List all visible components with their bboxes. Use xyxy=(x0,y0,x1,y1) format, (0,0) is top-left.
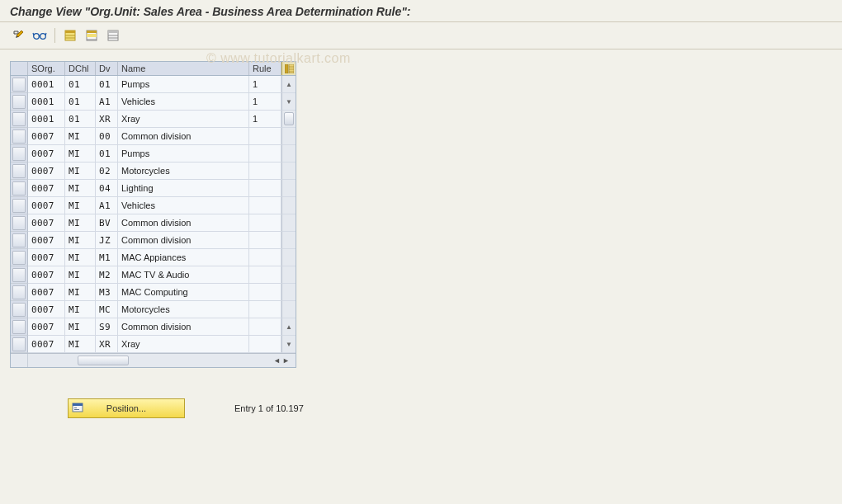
cell-sorg[interactable]: 0001 xyxy=(28,76,65,93)
cell-sorg[interactable]: 0007 xyxy=(28,232,65,249)
cell-sorg[interactable]: 0007 xyxy=(28,145,65,163)
cell-dch[interactable]: MI xyxy=(65,301,96,318)
cell-dch[interactable]: MI xyxy=(65,128,96,145)
cell-dch[interactable]: MI xyxy=(65,214,96,232)
cell-dch[interactable]: MI xyxy=(65,284,96,301)
cell-dch[interactable]: MI xyxy=(65,197,96,214)
select-all-icon[interactable] xyxy=(60,26,80,45)
cell-sorg[interactable]: 0007 xyxy=(28,266,65,284)
configure-columns-icon[interactable] xyxy=(281,62,296,75)
row-selector[interactable] xyxy=(11,232,28,249)
v-scroll-cell[interactable]: ▼ xyxy=(281,93,296,111)
scroll-right-icon[interactable]: ► xyxy=(282,356,290,365)
cell-dch[interactable]: 01 xyxy=(65,76,96,93)
cell-dv[interactable]: M1 xyxy=(96,249,118,266)
cell-name[interactable]: Vehicles xyxy=(118,93,249,111)
cell-rule[interactable] xyxy=(249,180,281,197)
row-selector[interactable] xyxy=(11,284,28,301)
cell-rule[interactable] xyxy=(249,266,281,284)
cell-rule[interactable] xyxy=(249,318,281,336)
cell-rule[interactable]: 1 xyxy=(249,76,281,93)
col-name[interactable]: Name xyxy=(118,62,249,75)
cell-sorg[interactable]: 0007 xyxy=(28,197,65,214)
row-selector[interactable] xyxy=(11,145,28,163)
row-selector[interactable] xyxy=(11,111,28,128)
row-selector[interactable] xyxy=(11,163,28,180)
cell-dv[interactable]: A1 xyxy=(96,93,118,111)
cell-dv[interactable]: BV xyxy=(96,214,118,232)
cell-dch[interactable]: MI xyxy=(65,232,96,249)
cell-dv[interactable]: M2 xyxy=(96,266,118,284)
cell-dch[interactable]: MI xyxy=(65,266,96,284)
col-dv[interactable]: Dv xyxy=(96,62,118,75)
cell-rule[interactable] xyxy=(249,336,281,353)
cell-dv[interactable]: MC xyxy=(96,301,118,318)
cell-name[interactable]: Pumps xyxy=(118,145,249,163)
cell-dv[interactable]: 04 xyxy=(96,180,118,197)
cell-name[interactable]: MAC Computing xyxy=(118,284,249,301)
row-selector[interactable] xyxy=(11,318,28,336)
cell-name[interactable]: Common division xyxy=(118,318,249,336)
v-scroll-cell[interactable] xyxy=(281,111,296,128)
cell-rule[interactable]: 1 xyxy=(249,93,281,111)
cell-sorg[interactable]: 0007 xyxy=(28,336,65,353)
cell-dch[interactable]: MI xyxy=(65,163,96,180)
col-rule[interactable]: Rule xyxy=(249,62,281,75)
cell-rule[interactable]: 1 xyxy=(249,111,281,128)
cell-name[interactable]: Pumps xyxy=(118,76,249,93)
cell-dv[interactable]: M3 xyxy=(96,284,118,301)
cell-sorg[interactable]: 0007 xyxy=(28,249,65,266)
cell-sorg[interactable]: 0007 xyxy=(28,128,65,145)
cell-sorg[interactable]: 0007 xyxy=(28,318,65,336)
cell-dv[interactable]: 01 xyxy=(96,76,118,93)
cell-dv[interactable]: S9 xyxy=(96,318,118,336)
cell-dv[interactable]: 01 xyxy=(96,145,118,163)
cell-dv[interactable]: JZ xyxy=(96,232,118,249)
cell-name[interactable]: Vehicles xyxy=(118,197,249,214)
cell-dv[interactable]: 00 xyxy=(96,128,118,145)
cell-rule[interactable] xyxy=(249,214,281,232)
cell-dv[interactable]: A1 xyxy=(96,197,118,214)
cell-name[interactable]: Common division xyxy=(118,232,249,249)
cell-dv[interactable]: XR xyxy=(96,111,118,128)
toggle-display-change-icon[interactable] xyxy=(8,26,28,45)
h-scrollbar[interactable] xyxy=(28,354,267,367)
deselect-all-icon[interactable] xyxy=(103,26,123,45)
cell-rule[interactable] xyxy=(249,232,281,249)
cell-rule[interactable] xyxy=(249,284,281,301)
v-scroll-cell[interactable]: ▼ xyxy=(281,336,296,353)
cell-rule[interactable] xyxy=(249,197,281,214)
row-selector[interactable] xyxy=(11,93,28,111)
cell-name[interactable]: MAC TV & Audio xyxy=(118,266,249,284)
col-sorg[interactable]: SOrg. xyxy=(28,62,65,75)
cell-dch[interactable]: MI xyxy=(65,145,96,163)
cell-rule[interactable] xyxy=(249,301,281,318)
cell-sorg[interactable]: 0001 xyxy=(28,93,65,111)
cell-dv[interactable]: XR xyxy=(96,336,118,353)
cell-dv[interactable]: 02 xyxy=(96,163,118,180)
row-selector[interactable] xyxy=(11,336,28,353)
cell-sorg[interactable]: 0007 xyxy=(28,180,65,197)
row-selector[interactable] xyxy=(11,249,28,266)
row-selector[interactable] xyxy=(11,301,28,318)
row-selector[interactable] xyxy=(11,214,28,232)
cell-name[interactable]: Common division xyxy=(118,128,249,145)
cell-name[interactable]: Common division xyxy=(118,214,249,232)
row-selector[interactable] xyxy=(11,197,28,214)
select-block-icon[interactable] xyxy=(82,26,102,45)
cell-dch[interactable]: MI xyxy=(65,318,96,336)
cell-rule[interactable] xyxy=(249,249,281,266)
cell-name[interactable]: Xray xyxy=(118,111,249,128)
row-selector[interactable] xyxy=(11,76,28,93)
v-scroll-cell[interactable]: ▲ xyxy=(281,76,296,93)
scroll-left-icon[interactable]: ◄ xyxy=(273,356,281,365)
row-selector[interactable] xyxy=(11,128,28,145)
row-selector[interactable] xyxy=(11,180,28,197)
cell-dch[interactable]: 01 xyxy=(65,111,96,128)
cell-dch[interactable]: 01 xyxy=(65,93,96,111)
cell-name[interactable]: Lighting xyxy=(118,180,249,197)
cell-name[interactable]: Motorcycles xyxy=(118,163,249,180)
position-button[interactable]: Position... xyxy=(68,398,185,418)
cell-name[interactable]: Xray xyxy=(118,336,249,353)
cell-dch[interactable]: MI xyxy=(65,249,96,266)
